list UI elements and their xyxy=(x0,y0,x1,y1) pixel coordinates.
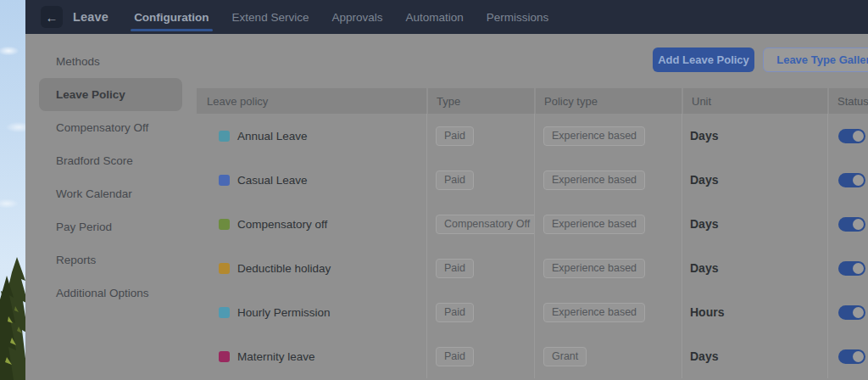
nav-tab-permissions[interactable]: Permissions xyxy=(487,0,549,34)
unit-label: Days xyxy=(690,261,718,275)
unit-label: Days xyxy=(690,173,718,187)
unit-cell: Days xyxy=(682,158,827,202)
sidebar-item-label: Leave Policy xyxy=(56,88,125,101)
leave-color-swatch xyxy=(219,131,230,142)
nav-tabs: Configuration Extend Service Approvals A… xyxy=(134,0,548,34)
status-toggle[interactable] xyxy=(838,349,865,364)
type-cell: Paid xyxy=(426,246,534,290)
leave-color-swatch xyxy=(219,263,230,274)
leave-name: Compensatory off xyxy=(237,218,327,231)
sidebar-item-label: Bradford Score xyxy=(56,154,133,167)
status-toggle[interactable] xyxy=(838,217,865,232)
action-bar: Add Leave Policy Leave Type Gallery xyxy=(25,48,868,72)
type-cell: Compensatory Off xyxy=(426,202,534,246)
module-title: Leave xyxy=(73,10,108,24)
type-cell: Paid xyxy=(426,290,534,334)
unit-label: Days xyxy=(690,129,718,142)
policy-type-cell: Grant xyxy=(534,334,682,378)
nav-tab-label: Configuration xyxy=(134,11,209,24)
status-cell xyxy=(827,334,868,378)
sidebar-item-label: Reports xyxy=(56,254,96,266)
leave-color-swatch xyxy=(219,219,230,230)
type-badge: Compensatory Off xyxy=(436,215,534,234)
policy-type-badge: Experience based xyxy=(543,126,645,146)
leave-color-swatch xyxy=(219,351,230,362)
sidebar-item-additional-options[interactable]: Additional Options xyxy=(25,277,195,310)
back-button[interactable]: ← xyxy=(41,6,63,28)
leave-color-swatch xyxy=(219,307,230,318)
policy-type-badge: Experience based xyxy=(543,303,645,322)
nav-tab-label: Permissions xyxy=(487,11,549,24)
leave-type-gallery-button[interactable]: Leave Type Gallery xyxy=(763,48,868,72)
type-cell: Paid xyxy=(426,114,534,158)
table-row: Compensatory off Compensatory Off Experi… xyxy=(197,202,868,246)
type-badge: Paid xyxy=(436,259,474,278)
settings-sidebar: Methods Leave Policy Compensatory Off Br… xyxy=(25,45,195,310)
desktop-wallpaper xyxy=(0,0,28,380)
toggle-knob xyxy=(853,131,864,142)
status-toggle[interactable] xyxy=(838,261,865,276)
type-badge: Paid xyxy=(436,303,474,322)
leave-policy-cell[interactable]: Deductible holiday xyxy=(197,246,426,290)
status-toggle[interactable] xyxy=(838,129,865,143)
back-arrow-icon: ← xyxy=(46,10,58,25)
leave-name: Maternity leave xyxy=(237,350,315,363)
policy-type-cell: Experience based xyxy=(534,246,682,290)
table-row: Annual Leave Paid Experience based Days xyxy=(197,114,868,158)
status-cell xyxy=(827,158,868,202)
top-navbar: ← Leave Configuration Extend Service App… xyxy=(25,0,868,34)
nav-tab-label: Extend Service xyxy=(232,11,309,24)
table-row: Hourly Permission Paid Experience based … xyxy=(197,290,868,334)
sidebar-item-label: Compensatory Off xyxy=(56,121,148,134)
toggle-knob xyxy=(853,351,864,362)
nav-tab-automation[interactable]: Automation xyxy=(405,0,463,34)
nav-tab-extend-service[interactable]: Extend Service xyxy=(232,0,309,34)
status-toggle[interactable] xyxy=(838,305,865,320)
unit-label: Days xyxy=(690,349,718,363)
nav-tab-label: Approvals xyxy=(331,11,382,24)
table-row: Casual Leave Paid Experience based Days xyxy=(197,158,868,202)
leave-policy-cell[interactable]: Annual Leave xyxy=(197,114,426,158)
status-toggle[interactable] xyxy=(838,173,865,187)
nav-tab-approvals[interactable]: Approvals xyxy=(331,0,382,34)
status-cell xyxy=(827,202,868,246)
table-row: Deductible holiday Paid Experience based… xyxy=(197,246,868,290)
column-header-status: Status xyxy=(827,88,868,114)
type-badge: Paid xyxy=(436,170,474,190)
app-window: ← Leave Configuration Extend Service App… xyxy=(25,0,868,380)
toggle-knob xyxy=(853,263,864,274)
sidebar-item-label: Work Calendar xyxy=(56,187,132,200)
leave-policy-cell[interactable]: Compensatory off xyxy=(197,202,426,246)
sidebar-item-leave-policy[interactable]: Leave Policy xyxy=(39,78,182,111)
column-header-policy-type: Policy type xyxy=(534,88,682,114)
sidebar-item-work-calendar[interactable]: Work Calendar xyxy=(25,177,195,210)
toggle-knob xyxy=(853,175,864,186)
leave-name: Deductible holiday xyxy=(237,262,331,275)
status-cell xyxy=(827,114,868,158)
leave-policy-cell[interactable]: Hourly Permission xyxy=(197,290,426,334)
content-area: Methods Leave Policy Compensatory Off Br… xyxy=(25,34,868,380)
policy-type-badge: Experience based xyxy=(543,170,645,190)
policy-type-cell: Experience based xyxy=(534,158,682,202)
policy-type-badge: Experience based xyxy=(543,259,645,278)
table-row: Maternity leave Paid Grant Days xyxy=(197,334,868,378)
sidebar-item-pay-period[interactable]: Pay Period xyxy=(25,210,195,243)
unit-label: Days xyxy=(690,217,718,231)
sidebar-item-compensatory-off[interactable]: Compensatory Off xyxy=(25,111,195,144)
policy-type-cell: Experience based xyxy=(534,114,682,158)
add-leave-policy-button[interactable]: Add Leave Policy xyxy=(653,48,754,72)
leave-policy-cell[interactable]: Casual Leave xyxy=(197,158,426,202)
sidebar-item-reports[interactable]: Reports xyxy=(25,243,195,277)
nav-tab-configuration[interactable]: Configuration xyxy=(134,0,209,34)
tree-image xyxy=(0,257,28,380)
leave-policy-cell[interactable]: Maternity leave xyxy=(197,334,426,378)
status-cell xyxy=(827,246,868,290)
leave-name: Annual Leave xyxy=(237,130,308,142)
sidebar-item-label: Pay Period xyxy=(56,221,112,233)
column-header-type: Type xyxy=(426,88,534,114)
sidebar-item-bradford-score[interactable]: Bradford Score xyxy=(25,144,195,177)
column-header-leave-policy: Leave policy xyxy=(197,88,426,114)
policy-type-badge: Experience based xyxy=(543,215,645,234)
unit-cell: Hours xyxy=(682,290,827,334)
toggle-knob xyxy=(853,219,864,230)
